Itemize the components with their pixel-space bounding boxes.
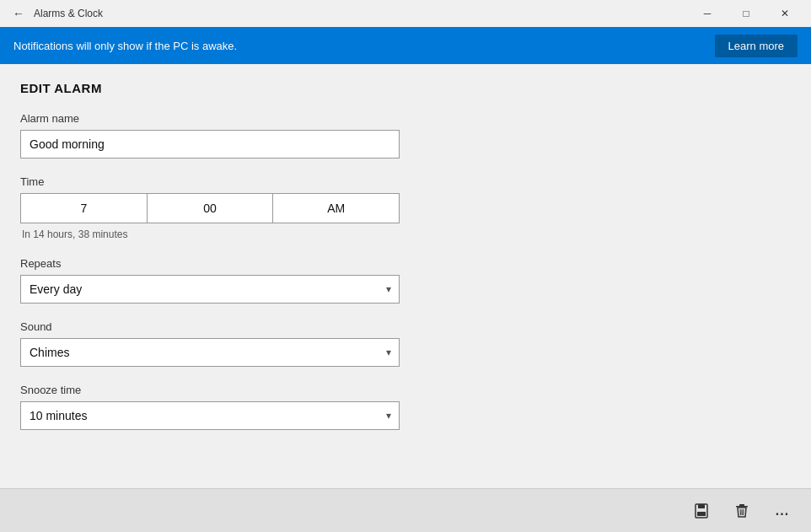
save-icon — [693, 502, 710, 519]
time-minute-segment[interactable]: 00 — [148, 194, 274, 223]
snooze-label: Snooze time — [20, 384, 791, 396]
svg-rect-3 — [739, 504, 744, 506]
repeats-group: Repeats Every day Only once Weekdays Wee… — [20, 257, 791, 304]
maximize-button[interactable]: □ — [727, 0, 765, 27]
notification-text: Notifications will only show if the PC i… — [13, 40, 715, 52]
close-button[interactable]: ✕ — [765, 0, 804, 27]
time-label: Time — [20, 175, 791, 188]
window-controls: ─ □ ✕ — [688, 0, 804, 27]
minimize-button[interactable]: ─ — [688, 0, 727, 27]
repeats-dropdown-wrapper: Every day Only once Weekdays Weekends ▾ — [20, 275, 400, 304]
alarm-name-input[interactable] — [20, 130, 400, 159]
time-hour-segment[interactable]: 7 — [21, 194, 148, 223]
snooze-group: Snooze time 5 minutes 10 minutes 20 minu… — [20, 384, 791, 430]
time-group: Time 7 00 AM In 14 hours, 38 minutes — [20, 175, 791, 240]
sound-dropdown-wrapper: Chimes Xylophone Windows Ding Alarm ▾ — [20, 338, 400, 367]
time-ampm-segment[interactable]: AM — [273, 194, 399, 223]
alarm-name-group: Alarm name — [20, 112, 791, 159]
learn-more-button[interactable]: Learn more — [715, 35, 798, 57]
main-content: EDIT ALARM Alarm name Time 7 00 AM In 14… — [0, 64, 811, 488]
repeats-label: Repeats — [20, 257, 791, 270]
back-button[interactable]: ← — [7, 2, 30, 25]
time-picker: 7 00 AM — [20, 193, 400, 223]
notification-bar: Notifications will only show if the PC i… — [0, 27, 811, 64]
delete-button[interactable] — [723, 492, 760, 529]
svg-line-5 — [740, 509, 741, 515]
time-hint: In 14 hours, 38 minutes — [22, 228, 791, 240]
bottom-toolbar: ... — [0, 488, 811, 532]
snooze-select[interactable]: 5 minutes 10 minutes 20 minutes 30 minut… — [20, 401, 400, 430]
svg-line-7 — [744, 509, 744, 515]
page-title: EDIT ALARM — [20, 81, 791, 95]
more-icon: ... — [776, 503, 789, 519]
svg-rect-2 — [697, 512, 706, 516]
app-title: Alarms & Clock — [34, 8, 688, 19]
sound-group: Sound Chimes Xylophone Windows Ding Alar… — [20, 320, 791, 367]
delete-icon — [733, 502, 750, 519]
repeats-select[interactable]: Every day Only once Weekdays Weekends — [20, 275, 400, 304]
save-button[interactable] — [683, 492, 720, 529]
svg-rect-1 — [698, 504, 705, 508]
snooze-dropdown-wrapper: 5 minutes 10 minutes 20 minutes 30 minut… — [20, 401, 400, 430]
alarm-name-label: Alarm name — [20, 112, 791, 125]
more-options-button[interactable]: ... — [764, 492, 801, 529]
sound-label: Sound — [20, 320, 791, 333]
title-bar: ← Alarms & Clock ─ □ ✕ — [0, 0, 811, 27]
back-icon: ← — [13, 7, 24, 20]
sound-select[interactable]: Chimes Xylophone Windows Ding Alarm — [20, 338, 400, 367]
